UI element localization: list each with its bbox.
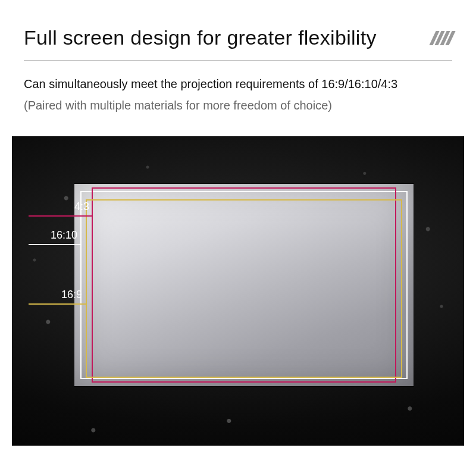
figure: 4:3 16:10 16:9 [12, 136, 464, 446]
ratio-label-16-9: 16:9 [29, 289, 86, 305]
subtitle: Can simultaneously meet the projection r… [24, 75, 452, 93]
ratio-label-4-3: 4:3 [29, 201, 93, 217]
header-block: Full screen design for greater flexibili… [0, 0, 476, 115]
slash-decoration-icon [433, 31, 452, 45]
subtitle-note: (Paired with multiple materials for more… [24, 96, 452, 115]
ratio-label-16-10: 16:10 [29, 229, 81, 245]
page: Full screen design for greater flexibili… [0, 0, 476, 476]
ratio-outline-16-9 [86, 199, 402, 378]
page-title: Full screen design for greater flexibili… [24, 26, 377, 49]
divider [24, 60, 452, 61]
title-row: Full screen design for greater flexibili… [24, 26, 452, 49]
figure-wrap: 4:3 16:10 16:9 [0, 115, 476, 476]
